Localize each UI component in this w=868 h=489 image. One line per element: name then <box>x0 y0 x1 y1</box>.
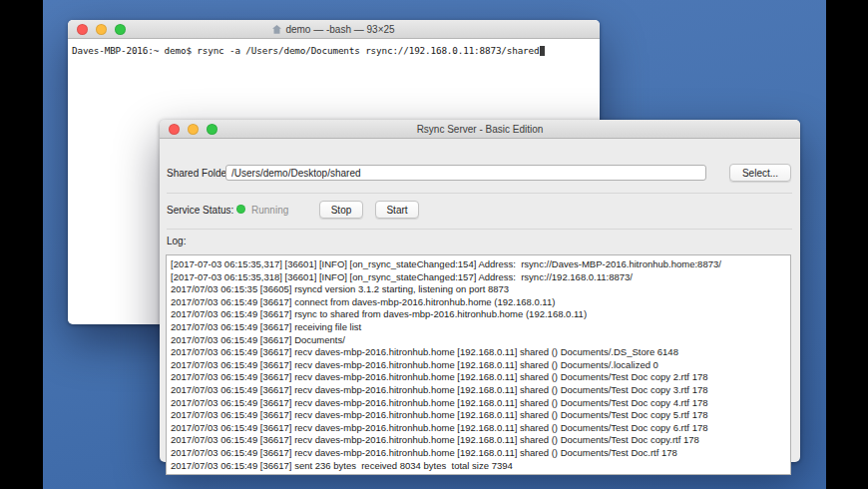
log-line: [2017-07-03 06:15:35,317] [36601] [INFO]… <box>171 258 786 271</box>
log-line: 2017/07/03 06:15:49 [36617] receiving fi… <box>171 321 786 334</box>
start-button[interactable]: Start <box>375 201 419 219</box>
log-line: 2017/07/03 06:15:49 [36617] recv daves-m… <box>171 434 786 447</box>
separator <box>167 193 792 194</box>
terminal-title: demo — -bash — 93×25 <box>272 24 394 35</box>
terminal-titlebar[interactable]: demo — -bash — 93×25 <box>68 20 600 39</box>
zoom-button[interactable] <box>207 124 217 135</box>
log-line: [2017-07-03 06:15:35,318] [36601] [INFO]… <box>171 271 786 284</box>
service-status-value: Running <box>251 205 288 216</box>
service-status-label: Service Status: <box>167 205 233 216</box>
terminal-cursor <box>540 46 545 56</box>
log-line: 2017/07/03 06:15:49 [36617] recv daves-m… <box>171 359 786 372</box>
window-title: Rsync Server - Basic Edition <box>417 124 544 135</box>
shared-folder-input[interactable] <box>225 165 706 181</box>
log-label: Log: <box>167 236 186 246</box>
home-icon <box>272 25 281 34</box>
minimize-button[interactable] <box>188 124 199 135</box>
log-line: 2017/07/03 06:15:49 [36617] recv daves-m… <box>171 447 786 460</box>
status-running-icon <box>236 205 245 214</box>
log-line: 2017/07/03 06:15:49 [36617] recv daves-m… <box>171 346 786 359</box>
log-line: 2017/07/03 06:15:49 [36617] recv daves-m… <box>171 409 786 422</box>
separator <box>167 229 792 230</box>
select-folder-button[interactable]: Select... <box>729 164 791 182</box>
log-line: 2017/07/03 06:15:49 [36617] recv daves-m… <box>171 384 786 397</box>
log-line: 2017/07/03 06:15:49 [36617] recv daves-m… <box>171 397 786 410</box>
log-line: 2017/07/03 06:15:49 [36617] recv daves-m… <box>171 371 786 384</box>
log-line: 2017/07/03 06:15:49 [36617] recv daves-m… <box>171 422 786 435</box>
terminal-traffic-lights <box>77 24 126 35</box>
shared-folder-label: Shared Folder: <box>167 168 232 179</box>
close-button[interactable] <box>77 24 88 35</box>
log-line: 2017/07/03 06:15:35 [36605] rsyncd versi… <box>171 283 786 296</box>
log-line: 2017/07/03 06:15:49 [36617] Documents/ <box>171 334 786 347</box>
log-line: 2017/07/03 06:15:49 [36617] connect from… <box>171 296 786 309</box>
terminal-command-line: Daves-MBP-2016:~ demo$ rsync -a /Users/d… <box>72 45 539 56</box>
log-line: 2017/07/03 06:15:49 [36617] rsync to sha… <box>171 308 786 321</box>
terminal-title-text: demo — -bash — 93×25 <box>285 24 394 35</box>
minimize-button[interactable] <box>96 24 107 35</box>
stop-button[interactable]: Stop <box>319 201 363 219</box>
log-output-area[interactable]: [2017-07-03 06:15:35,317] [36601] [INFO]… <box>166 254 791 475</box>
rsync-server-window: Rsync Server - Basic Edition Shared Fold… <box>160 120 800 462</box>
zoom-button[interactable] <box>115 24 126 35</box>
close-button[interactable] <box>169 124 180 135</box>
rsync-traffic-lights <box>169 124 217 135</box>
log-line: 2017/07/03 06:15:49 [36617] sent 236 byt… <box>171 460 786 473</box>
rsync-titlebar[interactable]: Rsync Server - Basic Edition <box>160 120 800 139</box>
